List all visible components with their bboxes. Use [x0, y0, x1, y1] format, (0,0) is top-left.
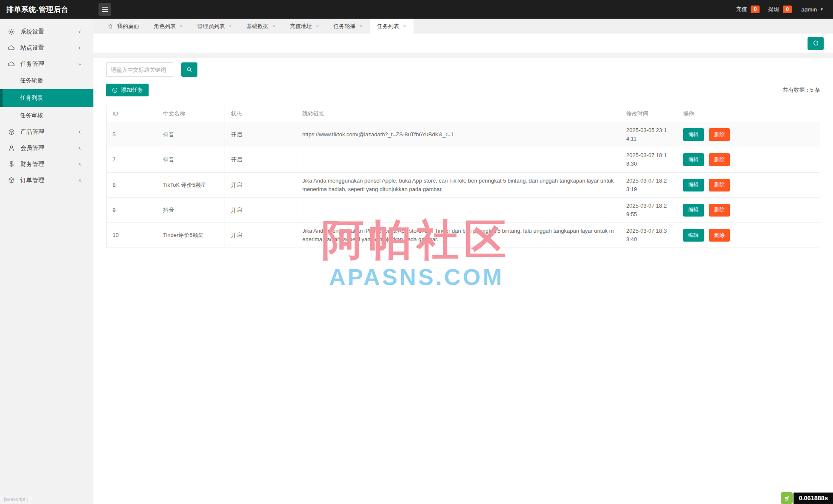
sidebar-item-label: 任务管理: [20, 60, 44, 68]
recharge-count-badge: 0: [751, 6, 760, 13]
tab-task-carousel[interactable]: 任务轮播 ×: [326, 19, 370, 34]
search-input[interactable]: [106, 62, 173, 77]
sidebar-item-task-review[interactable]: 任务审核: [0, 107, 93, 124]
chevron-left-icon: [77, 45, 82, 51]
divider-band: [93, 53, 833, 58]
sidebar-item-site-settings[interactable]: 站点设置: [0, 40, 93, 56]
edit-button[interactable]: 编辑: [683, 204, 704, 217]
sidebar-subitem-label: 任务审核: [20, 112, 43, 119]
cell-link: Jika Anda menggunakan ponsel Apple, buka…: [296, 172, 620, 197]
sidebar-item-member-management[interactable]: 会员管理: [0, 140, 93, 156]
recharge-link[interactable]: 充值 0: [736, 6, 760, 13]
sidebar-item-label: 产品管理: [20, 128, 44, 136]
hamburger-button[interactable]: [98, 3, 111, 16]
sidebar-item-task-management[interactable]: 任务管理: [0, 56, 93, 72]
hamburger-icon: [102, 9, 108, 10]
toolbar: [93, 34, 833, 53]
col-header-time: 修改时间: [620, 105, 677, 122]
cloud-icon: [8, 44, 15, 52]
cell-link: Jika Anda menggunakan iPhone, buka App s…: [296, 223, 620, 248]
tab-task-list[interactable]: 任务列表 ×: [370, 19, 414, 34]
cell-name: 抖音: [157, 197, 225, 222]
sidebar-item-label: 系统设置: [20, 28, 44, 36]
cell-link: [296, 197, 620, 222]
delete-button[interactable]: 删除: [709, 204, 730, 217]
cell-id: 8: [107, 172, 157, 197]
chevron-left-icon: [77, 29, 82, 34]
gear-icon: [8, 28, 15, 36]
cell-id: 5: [107, 122, 157, 147]
app-title: 排单系统-管理后台: [6, 5, 91, 14]
table-row: 5 抖音 开启 https://www.tiktok.com/@lazadath…: [107, 122, 820, 147]
thinkphp-logo-icon: [781, 492, 793, 504]
sidebar-subitem-label: 任务轮播: [20, 77, 43, 84]
close-icon[interactable]: ×: [359, 23, 363, 29]
tab-role-list[interactable]: 角色列表 ×: [146, 19, 190, 34]
tab-label: 任务轮播: [333, 23, 355, 30]
cell-name: 抖音: [157, 147, 225, 172]
table-row: 7 抖音 开启 2025-03-07 18:18:30 编辑 删除: [107, 147, 820, 172]
close-icon[interactable]: ×: [180, 23, 183, 29]
add-task-button[interactable]: 添加任务: [106, 84, 149, 96]
tab-basic-data[interactable]: 基础数据 ×: [239, 19, 283, 34]
withdraw-link[interactable]: 提现 0: [768, 6, 792, 13]
edit-button[interactable]: 编辑: [683, 179, 704, 191]
sidebar-item-task-carousel[interactable]: 任务轮播: [0, 72, 93, 89]
sidebar-item-system-settings[interactable]: 系统设置: [0, 24, 93, 40]
cell-actions: 编辑 删除: [677, 223, 820, 248]
tab-label: 管理员列表: [197, 23, 225, 30]
cell-actions: 编辑 删除: [677, 172, 820, 197]
cell-actions: 编辑 删除: [677, 147, 820, 172]
delete-button[interactable]: 删除: [709, 229, 730, 242]
sidebar-item-label: 站点设置: [20, 44, 44, 52]
task-table: ID 中文名称 状态 跳转链接 修改时间 操作 5 抖音 开启: [106, 105, 820, 248]
tab-bar: 我的桌面 角色列表 × 管理员列表 × 基础数据 × 充值地址 ×: [93, 19, 833, 34]
tab-label: 任务列表: [377, 23, 399, 30]
refresh-button[interactable]: [808, 37, 824, 50]
body-row: 系统设置 站点设置: [0, 19, 833, 504]
edit-button[interactable]: 编辑: [683, 153, 704, 166]
close-icon[interactable]: ×: [229, 23, 232, 29]
cell-time: 2025-03-07 18:23:19: [620, 172, 677, 197]
cloud-icon: [8, 60, 15, 68]
cell-id: 10: [107, 223, 157, 248]
total-count-text: 共有数据：5 条: [782, 86, 820, 94]
search-icon: [186, 66, 193, 73]
sidebar: 系统设置 站点设置: [0, 19, 93, 504]
tab-recharge-address[interactable]: 充值地址 ×: [283, 19, 326, 34]
sidebar-item-label: 订单管理: [20, 177, 44, 184]
link-status-hint: javascript:;: [0, 495, 32, 504]
sidebar-item-finance-management[interactable]: $ 财务管理: [0, 156, 93, 172]
close-icon[interactable]: ×: [316, 23, 319, 29]
delete-button[interactable]: 删除: [709, 179, 730, 191]
tab-my-desktop[interactable]: 我的桌面: [100, 19, 146, 34]
chevron-left-icon: [77, 146, 82, 151]
close-icon[interactable]: ×: [272, 23, 276, 29]
delete-button[interactable]: 删除: [709, 153, 730, 166]
delete-button[interactable]: 删除: [709, 128, 730, 141]
cell-name: Tinder评价5颗星: [157, 223, 225, 248]
edit-button[interactable]: 编辑: [683, 128, 704, 141]
cell-name: 抖音: [157, 122, 225, 147]
user-menu[interactable]: admin ▼: [801, 6, 824, 13]
cell-status: 开启: [225, 122, 296, 147]
search-button[interactable]: [181, 62, 197, 77]
refresh-icon: [812, 40, 819, 47]
table-row: 8 TikToK 评价5颗星 开启 Jika Anda menggunakan …: [107, 172, 820, 197]
home-icon: [107, 23, 113, 29]
tab-admin-list[interactable]: 管理员列表 ×: [190, 19, 239, 34]
sidebar-item-product-management[interactable]: 产品管理: [0, 124, 93, 140]
main-area: 我的桌面 角色列表 × 管理员列表 × 基础数据 × 充值地址 ×: [93, 19, 833, 504]
sidebar-item-order-management[interactable]: 订单管理: [0, 172, 93, 189]
add-task-label: 添加任务: [121, 86, 143, 94]
edit-button[interactable]: 编辑: [683, 229, 704, 242]
table-header-row: ID 中文名称 状态 跳转链接 修改时间 操作: [107, 105, 820, 122]
cell-status: 开启: [225, 197, 296, 222]
username: admin: [801, 6, 817, 13]
cell-status: 开启: [225, 172, 296, 197]
col-header-id: ID: [107, 105, 157, 122]
plus-circle-icon: [112, 87, 118, 93]
col-header-actions: 操作: [677, 105, 820, 122]
sidebar-item-task-list[interactable]: 任务列表: [0, 89, 93, 107]
close-icon[interactable]: ×: [403, 23, 406, 29]
